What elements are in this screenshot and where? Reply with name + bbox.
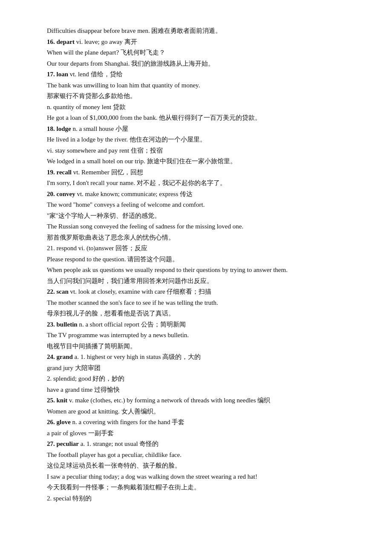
entry-17-bold: 17. loan xyxy=(47,71,68,78)
line2: 16. depart vi. leave; go away 离开 xyxy=(47,37,358,48)
entry-18-rest: n. a small house 小屋 xyxy=(71,125,128,132)
line29: The TV programme was interrupted by a ne… xyxy=(47,330,358,341)
line12: vi. stay somewhere and pay rent 住宿；投宿 xyxy=(47,145,358,156)
line36: Women are good at knitting. 女人善编织。 xyxy=(47,406,358,417)
line9: He got a loan of $1,000,000 from the ban… xyxy=(47,113,358,124)
line17: The word "home" conveys a feeling of wel… xyxy=(47,199,358,211)
line3: When will the plane depart? 飞机何时飞走？ xyxy=(47,47,358,58)
page-content: Difficulties disappear before brave men.… xyxy=(47,26,358,504)
line5: 17. loan vt. lend 借给，贷给 xyxy=(47,69,358,80)
line8: n. quantity of money lent 贷款 xyxy=(47,102,358,113)
line42: I saw a peculiar thing today; a dog was … xyxy=(47,471,358,483)
line13: We lodged in a small hotel on our trip. … xyxy=(47,156,358,167)
line38: a pair of gloves 一副手套 xyxy=(47,428,358,439)
entry-16-rest: vi. leave; go away 离开 xyxy=(75,38,137,45)
line23: When people ask us questions we usually … xyxy=(47,265,358,276)
line28: 23. bulletin n. a short official report … xyxy=(47,319,358,330)
entry-19-bold: 19. recall xyxy=(47,169,72,176)
line39: 27. peculiar a. 1. strange; not usual 奇怪… xyxy=(47,439,358,450)
entry-23-rest: n. a short official report 公告；简明新闻 xyxy=(78,321,186,328)
entry-25-bold: 25. knit xyxy=(47,397,67,404)
line37: 26. glove n. a covering with fingers for… xyxy=(47,417,358,428)
entry-27-bold: 27. peculiar xyxy=(47,440,79,447)
line22: Please respond to the question. 请回答这个问题。 xyxy=(47,254,358,265)
line1: Difficulties disappear before brave men.… xyxy=(47,26,358,37)
entry-18-bold: 18. lodge xyxy=(47,125,71,132)
line41: 这位足球运动员长着一张奇特的、孩子般的脸。 xyxy=(47,460,358,471)
entry-23-bold: 23. bulletin xyxy=(47,321,78,328)
line25: 22. scan vt. look at closely, examine wi… xyxy=(47,286,358,298)
line20: 那首俄罗斯歌曲表达了思念亲人的忧伤心情。 xyxy=(47,232,358,243)
entry-24-bold: 24. grand xyxy=(47,353,73,360)
line16: 20. convey vt. make known; communicate; … xyxy=(47,189,358,200)
entry-19-rest: vt. Remember 回忆，回想 xyxy=(72,169,143,176)
entry-24-rest: a. 1. highest or very high in status 高级的… xyxy=(73,353,201,360)
line11: He lived in a lodge by the river. 他住在河边的… xyxy=(47,134,358,145)
line44: 2. special 特别的 xyxy=(47,493,358,504)
line15: I'm sorry, I don't recall your name. 对不起… xyxy=(47,178,358,189)
line30: 电视节目中间插播了简明新闻。 xyxy=(47,341,358,352)
line10: 18. lodge n. a small house 小屋 xyxy=(47,124,358,135)
line27: 母亲扫视儿子的脸，想看看他是否说了真话。 xyxy=(47,308,358,319)
line33: 2. splendid; good 好的，妙的 xyxy=(47,373,358,384)
line21: 21. respond vi. (to)answer 回答；反应 xyxy=(47,243,358,254)
line14: 19. recall vt. Remember 回忆，回想 xyxy=(47,167,358,178)
entry-26-bold: 26. glove xyxy=(47,419,71,425)
line34: have a grand time 过得愉快 xyxy=(47,384,358,396)
entry-20-bold: 20. convey xyxy=(47,191,75,197)
line24: 当人们问我们问题时，我们通常用回答来对问题作出反应。 xyxy=(47,276,358,287)
entry-22-bold: 22. scan xyxy=(47,288,69,295)
entry-25-rest: v. make (clothes, etc.) by forming a net… xyxy=(67,397,270,404)
entry-22-rest: vt. look at closely, examine with care 仔… xyxy=(69,288,212,295)
line7: 那家银行不肯贷那么多款给他。 xyxy=(47,91,358,102)
line4: Our tour departs from Shanghai. 我们的旅游线路从… xyxy=(47,58,358,69)
line6: The bank was unwilling to loan him that … xyxy=(47,80,358,91)
line35: 25. knit v. make (clothes, etc.) by form… xyxy=(47,395,358,406)
line19: The Russian song conveyed the feeling of… xyxy=(47,221,358,232)
entry-26-rest: n. a covering with fingers for the hand … xyxy=(71,419,184,425)
line31: 24. grand a. 1. highest or very high in … xyxy=(47,352,358,363)
entry-20-rest: vt. make known; communicate; express 传达 xyxy=(75,191,193,197)
entry-16-bold: 16. depart xyxy=(47,38,75,45)
entry-17-rest: vt. lend 借给，贷给 xyxy=(68,71,123,78)
line18: "家"这个字给人一种亲切、舒适的感觉。 xyxy=(47,211,358,222)
line43: 今天我看到一件怪事；一条狗戴着顶红帽子在街上走。 xyxy=(47,482,358,493)
entry-27-rest: a. 1. strange; not usual 奇怪的 xyxy=(79,440,159,447)
line32: grand jury 大陪审团 xyxy=(47,363,358,374)
line40: The football player has got a peculiar, … xyxy=(47,450,358,461)
line26: The mother scanned the son's face to see… xyxy=(47,298,358,309)
